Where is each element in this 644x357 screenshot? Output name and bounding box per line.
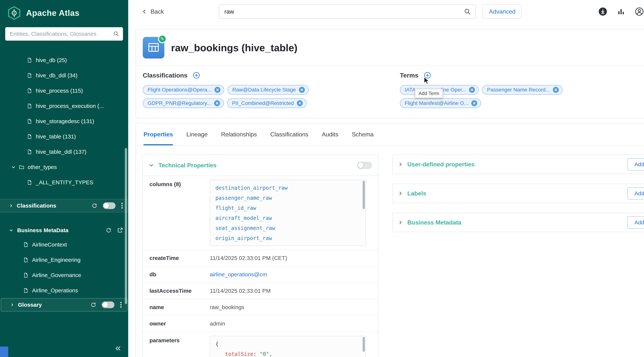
page-title: raw_bookings (hive_table) — [171, 42, 298, 54]
folder-icon — [19, 164, 24, 170]
classification-tag[interactable]: Flight Operations@Opera... — [143, 85, 224, 95]
sidebar-item-other-types[interactable]: other_types — [0, 160, 128, 175]
add-button[interactable]: Add — [628, 187, 644, 200]
tab-schema[interactable]: Schema — [352, 123, 374, 145]
classifications-toggle[interactable] — [103, 202, 116, 209]
add-classification-icon[interactable] — [193, 72, 200, 79]
kebab-menu-icon[interactable] — [121, 202, 123, 209]
columns-value-box[interactable]: destination_airport_rawpassenger_name_ra… — [210, 180, 366, 246]
remove-tag-icon[interactable] — [214, 87, 220, 93]
refresh-icon[interactable] — [90, 302, 96, 308]
chevron-down-icon[interactable] — [149, 163, 154, 168]
column-name: destination_airport_raw — [216, 183, 360, 193]
tab-lineage[interactable]: Lineage — [186, 123, 208, 145]
property-row: nameraw_bookings — [143, 299, 378, 316]
property-label: parameters — [150, 337, 210, 344]
statistics-icon[interactable] — [617, 8, 625, 16]
chevron-down-icon — [9, 228, 14, 232]
chevron-right-icon[interactable] — [398, 220, 403, 225]
business-metadata-item[interactable]: Airline_Operations — [0, 283, 128, 298]
sidebar-scrollbar[interactable] — [125, 148, 127, 304]
classifications-heading: Classifications — [143, 72, 188, 79]
document-icon — [27, 149, 32, 155]
sidebar-tree-item[interactable]: hive_process_execution (... — [0, 98, 128, 114]
sidebar-tree-item[interactable]: hive_table (131) — [0, 129, 128, 144]
sidebar-tree-item[interactable]: hive_db_ddl (34) — [0, 68, 128, 83]
parameters-value-box[interactable]: {totalSize: "0", — [210, 336, 366, 357]
technical-properties-heading: Technical Properties — [158, 162, 216, 169]
business-metadata-item[interactable]: Airline_Engineering — [0, 252, 128, 268]
property-row: dbairline_operations@cm — [143, 266, 378, 283]
user-menu[interactable]: admin — [635, 7, 644, 16]
chevron-right-icon[interactable] — [398, 191, 403, 196]
sidebar-tree-item[interactable]: hive_db (25) — [0, 52, 128, 68]
document-icon — [27, 72, 32, 78]
remove-tag-icon[interactable] — [469, 87, 475, 93]
document-icon — [27, 88, 32, 94]
collapse-sidebar-icon[interactable]: « — [115, 342, 121, 353]
main-area: Back Advanced admin — [128, 0, 644, 357]
terms-heading: Terms — [400, 72, 418, 79]
add-button[interactable]: Add — [628, 158, 644, 170]
property-label: columns (8) — [150, 181, 210, 188]
kebab-menu-icon[interactable] — [120, 302, 122, 308]
hive-table-icon: ✎ — [143, 37, 164, 58]
sidebar: Apache Atlas hive_db (25)hive_db_ddl (34… — [0, 0, 128, 357]
tab-classifications[interactable]: Classifications — [270, 123, 308, 145]
search-icon — [113, 30, 119, 37]
add-button[interactable]: Add — [628, 216, 644, 228]
terms-section: Terms IATAline Oper...Passenger Name Rec… — [400, 72, 644, 108]
chevron-down-icon — [11, 165, 16, 169]
advanced-search-button[interactable]: Advanced — [483, 4, 522, 19]
db-link[interactable]: airline_operations@cm — [210, 271, 267, 278]
sidebar-section-glossary[interactable]: Glossary — [1, 298, 128, 312]
classification-tag[interactable]: GDPR_PNR@Regulatory... — [143, 98, 224, 108]
download-icon[interactable] — [598, 7, 607, 16]
document-icon — [23, 288, 28, 294]
remove-tag-icon[interactable] — [297, 100, 303, 106]
panel-title: Labels — [407, 190, 426, 197]
sidebar-section-business-metadata[interactable]: Business MetaData — [0, 224, 128, 237]
sidebar-tree-item[interactable]: hive_table_ddl (137) — [0, 144, 128, 160]
add-term-tooltip: Add Term — [415, 89, 443, 98]
codebox-scrollbar[interactable] — [362, 337, 365, 352]
remove-tag-icon[interactable] — [214, 100, 220, 106]
property-label: lastAccessTime — [150, 288, 210, 294]
remove-tag-icon[interactable] — [471, 100, 477, 106]
topbar: Back Advanced admin — [128, 0, 644, 23]
sidebar-search — [5, 27, 123, 40]
search-icon[interactable] — [464, 8, 471, 15]
external-link-icon[interactable] — [117, 227, 123, 233]
global-search-input[interactable] — [219, 4, 476, 19]
property-label: createTime — [150, 255, 210, 261]
tab-relationships[interactable]: Relationships — [221, 123, 257, 145]
entity-header-card: ✎ raw_bookings (hive_table) Classificati… — [136, 29, 644, 118]
mouse-cursor-icon — [423, 76, 430, 84]
sidebar-section-classifications[interactable]: Classifications — [0, 199, 128, 212]
sidebar-tree-item[interactable]: hive_process (115) — [0, 83, 128, 98]
back-button[interactable]: Back — [142, 8, 164, 15]
app-logo[interactable]: Apache Atlas — [0, 0, 128, 26]
term-tag[interactable]: Passenger Name Record... — [482, 85, 562, 95]
codebox-scrollbar[interactable] — [362, 181, 365, 209]
remove-tag-icon[interactable] — [553, 87, 559, 93]
term-tag[interactable]: Flight Manifest@Airline O... — [400, 98, 481, 108]
business-metadata-item[interactable]: Airline_Governance — [0, 268, 128, 283]
classification-tag[interactable]: PII_Combined@Restricted — [227, 98, 306, 108]
refresh-icon[interactable] — [92, 203, 97, 208]
sidebar-search-input[interactable] — [5, 27, 123, 40]
technical-properties-toggle[interactable] — [357, 162, 372, 169]
tab-properties[interactable]: Properties — [144, 123, 173, 145]
document-icon — [23, 272, 28, 278]
chevron-right-icon[interactable] — [398, 162, 403, 167]
classification-tag[interactable]: Raw@Data Lifecycle Stage — [228, 85, 308, 95]
sidebar-tree-item[interactable]: hive_storagedesc (131) — [0, 114, 128, 129]
refresh-icon[interactable] — [106, 228, 112, 233]
remove-tag-icon[interactable] — [299, 87, 305, 93]
glossary-toggle[interactable] — [102, 302, 114, 308]
tab-audits[interactable]: Audits — [322, 123, 338, 145]
panel-labels: LabelsAdd — [392, 184, 644, 203]
sidebar-item-all-entity-types[interactable]: _ALL_ENTITY_TYPES — [0, 175, 128, 190]
property-label: owner — [150, 320, 210, 327]
business-metadata-item[interactable]: AirlineContext — [0, 237, 128, 252]
